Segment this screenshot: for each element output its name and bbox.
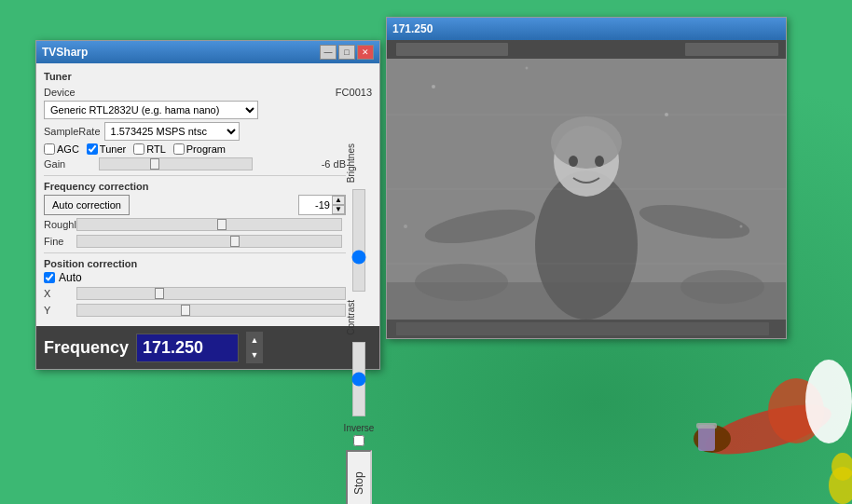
tvsharp-window: TVSharp — □ ✕ Tuner Device FC0013 Generi… bbox=[35, 40, 380, 370]
window-controls: — □ ✕ bbox=[320, 45, 374, 60]
minimize-button[interactable]: — bbox=[320, 45, 337, 60]
close-button[interactable]: ✕ bbox=[357, 45, 374, 60]
main-layout: AGC Tuner RTL Program bbox=[44, 143, 372, 320]
spinbox-up[interactable]: ▲ bbox=[332, 196, 345, 205]
contrast-label: Contrast bbox=[346, 300, 372, 335]
roughly-label: Roughly bbox=[44, 219, 76, 230]
program-item: Program bbox=[173, 143, 226, 155]
rtl-checkbox[interactable] bbox=[133, 143, 144, 155]
tuner-label: Tuner bbox=[44, 71, 72, 82]
correction-value-box: ▲ ▼ bbox=[298, 195, 346, 215]
auto-checkbox[interactable] bbox=[44, 272, 55, 283]
x-slider[interactable] bbox=[76, 287, 346, 300]
gain-value: -6 dB bbox=[322, 158, 346, 170]
position-correction-section: Position correction Auto X Y bbox=[44, 258, 346, 317]
rtl-item: RTL bbox=[133, 143, 166, 155]
freq-spinbox: ▲ ▼ bbox=[246, 332, 263, 363]
svg-point-34 bbox=[831, 453, 852, 481]
gain-row: Gain -6 dB bbox=[44, 157, 346, 170]
tvsharp-title: TVSharp bbox=[42, 46, 88, 59]
fine-slider[interactable] bbox=[76, 235, 342, 248]
roughly-slider[interactable] bbox=[76, 218, 342, 231]
tuner-cb-label: Tuner bbox=[100, 143, 126, 155]
inverse-checkbox[interactable] bbox=[353, 435, 364, 446]
device-row: Device FC0013 bbox=[44, 87, 372, 98]
program-checkbox[interactable] bbox=[173, 143, 185, 155]
spinbox-down[interactable]: ▼ bbox=[332, 205, 345, 214]
inverse-label: Inverse bbox=[344, 423, 375, 433]
y-label: Y bbox=[44, 305, 76, 316]
freq-down-arrow[interactable]: ▼ bbox=[247, 347, 262, 362]
device-dropdown[interactable]: Generic RTL2832U (e.g. hama nano) bbox=[44, 101, 258, 119]
pos-correction-label: Position correction bbox=[44, 258, 346, 269]
svg-point-32 bbox=[805, 360, 852, 443]
frequency-correction-section: Frequency correction Auto correction ▲ ▼ bbox=[44, 181, 346, 248]
svg-rect-30 bbox=[698, 425, 715, 451]
auto-row: Auto bbox=[44, 271, 346, 284]
svg-rect-31 bbox=[696, 423, 717, 429]
tuner-header-row: Tuner bbox=[44, 69, 372, 84]
auto-correction-row: Auto correction ▲ ▼ bbox=[44, 195, 346, 215]
left-controls: AGC Tuner RTL Program bbox=[44, 143, 372, 320]
tvsharp-body: Tuner Device FC0013 Generic RTL2832U (e.… bbox=[36, 63, 379, 369]
frequency-input[interactable] bbox=[136, 334, 239, 362]
tuner-checkbox[interactable] bbox=[87, 143, 98, 155]
device-label: Device bbox=[44, 87, 95, 98]
device-value: FC0013 bbox=[336, 87, 372, 98]
video-content bbox=[387, 40, 786, 338]
divider-1 bbox=[44, 175, 346, 176]
correction-spinbox: ▲ ▼ bbox=[298, 195, 346, 215]
contrast-slider-wrap bbox=[346, 337, 372, 421]
rtl-label: RTL bbox=[146, 143, 166, 155]
divider-2 bbox=[44, 252, 346, 253]
video-window: 171.250 bbox=[386, 17, 787, 339]
brightness-slider-wrap bbox=[346, 184, 372, 296]
brightness-slider[interactable] bbox=[352, 189, 365, 292]
svg-point-33 bbox=[829, 467, 852, 504]
samplerate-row: SampleRate 1.573425 MSPS ntsc bbox=[44, 122, 372, 141]
samplerate-dropdown[interactable]: 1.573425 MSPS ntsc bbox=[104, 122, 240, 141]
agc-label: AGC bbox=[57, 143, 79, 155]
svg-rect-26 bbox=[387, 40, 786, 338]
spinbox-arrows: ▲ ▼ bbox=[332, 196, 345, 214]
agc-checkbox[interactable] bbox=[44, 143, 55, 155]
fine-label: Fine bbox=[44, 236, 76, 247]
agc-row: AGC Tuner RTL Program bbox=[44, 143, 346, 155]
video-title: 171.250 bbox=[392, 22, 433, 35]
gain-slider[interactable] bbox=[99, 157, 253, 170]
tuner-item: Tuner bbox=[87, 143, 126, 155]
agc-item: AGC bbox=[44, 143, 79, 155]
fine-row: Fine bbox=[44, 235, 346, 248]
gain-label: Gain bbox=[44, 158, 95, 170]
tvsharp-titlebar: TVSharp — □ ✕ bbox=[36, 41, 379, 63]
y-slider[interactable] bbox=[76, 304, 346, 317]
freq-correction-label: Frequency correction bbox=[44, 181, 346, 192]
maximize-button[interactable]: □ bbox=[338, 45, 355, 60]
bg-anime-svg bbox=[647, 336, 852, 504]
video-titlebar: 171.250 bbox=[387, 18, 786, 40]
inverse-section: Inverse bbox=[346, 423, 372, 446]
brightness-label: Brightnes bbox=[346, 143, 372, 183]
correction-input[interactable] bbox=[299, 196, 332, 214]
x-label: X bbox=[44, 288, 76, 299]
x-row: X bbox=[44, 287, 346, 300]
stop-btn-wrap: Stop bbox=[346, 450, 372, 504]
stop-button[interactable]: Stop bbox=[346, 450, 372, 504]
frequency-label: Frequency bbox=[44, 338, 129, 358]
bg-decoration bbox=[647, 336, 852, 504]
svg-point-29 bbox=[694, 425, 731, 453]
video-image bbox=[387, 40, 786, 338]
auto-label: Auto bbox=[59, 271, 82, 284]
contrast-slider[interactable] bbox=[352, 342, 365, 416]
right-panel: Brightnes Contrast Inverse S bbox=[346, 143, 372, 320]
freq-up-arrow[interactable]: ▲ bbox=[247, 333, 262, 347]
device-dropdown-row: Generic RTL2832U (e.g. hama nano) bbox=[44, 101, 372, 119]
svg-point-27 bbox=[700, 395, 836, 465]
y-row: Y bbox=[44, 304, 346, 317]
frequency-bar: Frequency ▲ ▼ bbox=[36, 326, 379, 369]
auto-correction-button[interactable]: Auto correction bbox=[44, 195, 130, 215]
program-label: Program bbox=[186, 143, 226, 155]
samplerate-label: SampleRate bbox=[44, 126, 101, 137]
svg-point-28 bbox=[768, 378, 824, 443]
roughly-row: Roughly bbox=[44, 218, 346, 231]
